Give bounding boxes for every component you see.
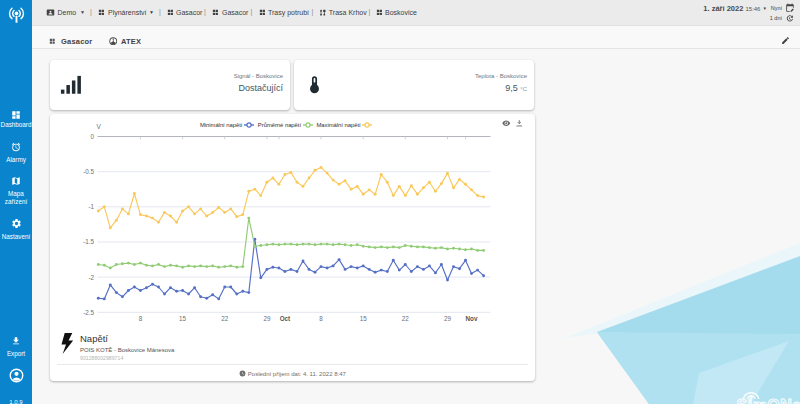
svg-text:-2.5: -2.5 (83, 309, 94, 316)
svg-text:15: 15 (360, 315, 368, 322)
svg-text:29: 29 (444, 315, 452, 322)
svg-text:SimONet: SimONet (737, 397, 800, 404)
svg-text:8: 8 (319, 315, 323, 322)
svg-text:15: 15 (179, 315, 187, 322)
svg-text:Nov: Nov (466, 315, 478, 322)
svg-text:22: 22 (402, 315, 410, 322)
svg-text:22: 22 (221, 315, 229, 322)
svg-text:Oct: Oct (280, 315, 291, 322)
svg-text:-1.5: -1.5 (83, 238, 94, 245)
svg-text:29: 29 (263, 315, 271, 322)
svg-text:0: 0 (90, 133, 94, 140)
svg-text:-0.5: -0.5 (83, 168, 94, 175)
svg-text:-1: -1 (88, 203, 94, 210)
svg-text:-2: -2 (88, 274, 94, 281)
svg-text:8: 8 (139, 315, 143, 322)
